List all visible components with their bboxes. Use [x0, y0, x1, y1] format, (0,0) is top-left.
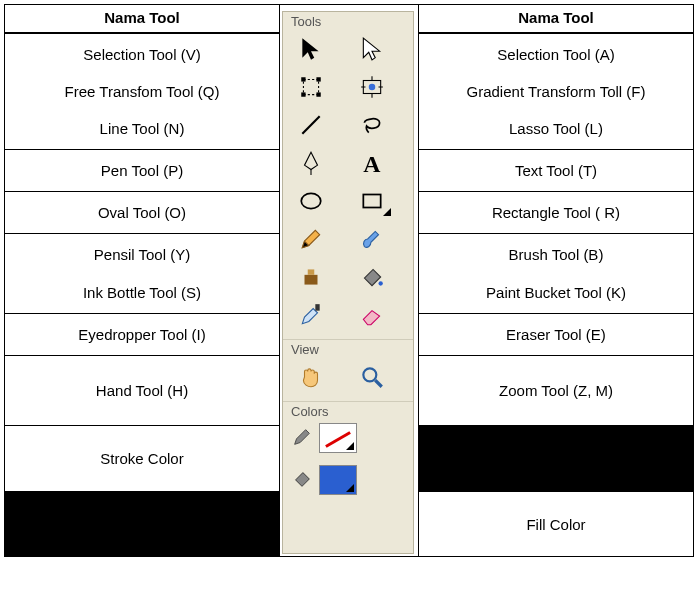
- svg-rect-13: [315, 304, 319, 311]
- lasso-tool[interactable]: [350, 109, 394, 143]
- left-column: Nama Tool Selection Tool (V) Free Transf…: [5, 5, 279, 556]
- arrow-white-icon: [359, 36, 385, 65]
- stroke-pencil-icon: [291, 426, 313, 451]
- tools-grid: A: [283, 29, 413, 339]
- rectangle-icon: [359, 188, 385, 217]
- label-zoom-zm: Zoom Tool (Z, M): [419, 356, 693, 426]
- tool-reference-table: Nama Tool Selection Tool (V) Free Transf…: [4, 4, 694, 557]
- label-brush-b: Brush Tool (B): [509, 246, 604, 263]
- brush-tool[interactable]: [350, 223, 394, 257]
- line-tool[interactable]: [289, 109, 333, 143]
- eraser-tool[interactable]: [350, 299, 394, 333]
- label-selection-a: Selection Tool (A): [497, 46, 614, 63]
- svg-rect-1: [301, 77, 305, 81]
- paint-bucket-tool[interactable]: [350, 261, 394, 295]
- subselection-tool[interactable]: [350, 33, 394, 67]
- label-pen-p: Pen Tool (P): [5, 150, 279, 192]
- right-group-1: Selection Tool (A) Gradient Transform To…: [419, 34, 693, 150]
- toolbox-column: Tools A View: [279, 5, 419, 556]
- fill-color-row: [283, 461, 413, 503]
- fill-bucket-icon: [291, 468, 313, 493]
- eraser-icon: [359, 302, 385, 331]
- line-icon: [298, 112, 324, 141]
- svg-line-15: [375, 380, 382, 387]
- left-group-1: Selection Tool (V) Free Transfom Tool (Q…: [5, 34, 279, 150]
- left-group-4: Pensil Tool (Y) Ink Bottle Tool (S): [5, 234, 279, 314]
- free-transform-icon: [298, 74, 324, 103]
- hand-icon: [298, 364, 324, 393]
- brush-icon: [359, 226, 385, 255]
- lasso-icon: [359, 112, 385, 141]
- svg-point-10: [301, 193, 321, 208]
- oval-tool[interactable]: [289, 185, 333, 219]
- svg-rect-3: [301, 92, 305, 96]
- arrow-black-icon: [298, 36, 324, 65]
- label-stroke-color: Stroke Color: [5, 426, 279, 492]
- section-label-colors: Colors: [283, 401, 413, 419]
- hand-tool[interactable]: [289, 361, 333, 395]
- stroke-color-row: [283, 419, 413, 461]
- label-text-t: Text Tool (T): [419, 150, 693, 192]
- view-grid: [283, 357, 413, 401]
- svg-text:A: A: [363, 150, 381, 175]
- text-icon: A: [359, 150, 385, 179]
- eyedropper-tool[interactable]: [289, 299, 333, 333]
- label-lasso-l: Lasso Tool (L): [509, 120, 603, 137]
- zoom-icon: [359, 364, 385, 393]
- oval-icon: [298, 188, 324, 217]
- right-column: Nama Tool Selection Tool (A) Gradient Tr…: [419, 5, 693, 556]
- svg-rect-0: [303, 79, 318, 94]
- free-transform-tool[interactable]: [289, 71, 333, 105]
- svg-line-7: [302, 116, 319, 133]
- label-eraser-e: Eraser Tool (E): [419, 314, 693, 356]
- label-fill-color: Fill Color: [419, 492, 693, 556]
- right-header: Nama Tool: [419, 5, 693, 34]
- fill-color-swatch[interactable]: [319, 465, 357, 495]
- left-black-cell: [5, 492, 279, 556]
- paint-bucket-icon: [359, 264, 385, 293]
- rectangle-tool[interactable]: [350, 185, 394, 219]
- svg-rect-4: [316, 92, 320, 96]
- label-ink-bottle-s: Ink Bottle Tool (S): [83, 284, 201, 301]
- label-free-transform-q: Free Transfom Tool (Q): [65, 83, 220, 100]
- label-pencil-y: Pensil Tool (Y): [94, 246, 190, 263]
- ink-bottle-icon: [298, 264, 324, 293]
- stroke-color-swatch[interactable]: [319, 423, 357, 453]
- label-oval-o: Oval Tool (O): [5, 192, 279, 234]
- label-selection-v: Selection Tool (V): [83, 46, 200, 63]
- svg-point-12: [379, 281, 383, 285]
- tools-panel: Tools A View: [282, 11, 414, 554]
- pen-tool[interactable]: [289, 147, 333, 181]
- label-paint-bucket-k: Paint Bucket Tool (K): [486, 284, 626, 301]
- svg-rect-11: [363, 194, 380, 207]
- gradient-transform-tool[interactable]: [350, 71, 394, 105]
- label-gradient-transform-f: Gradient Transform Toll (F): [467, 83, 646, 100]
- section-label-tools: Tools: [283, 12, 413, 29]
- left-header: Nama Tool: [5, 5, 279, 34]
- right-group-4: Brush Tool (B) Paint Bucket Tool (K): [419, 234, 693, 314]
- pencil-tool[interactable]: [289, 223, 333, 257]
- label-hand-h: Hand Tool (H): [5, 356, 279, 426]
- svg-rect-2: [316, 77, 320, 81]
- text-tool[interactable]: A: [350, 147, 394, 181]
- selection-tool[interactable]: [289, 33, 333, 67]
- section-label-view: View: [283, 339, 413, 357]
- ink-bottle-tool[interactable]: [289, 261, 333, 295]
- gradient-transform-icon: [359, 74, 385, 103]
- label-line-n: Line Tool (N): [100, 120, 185, 137]
- svg-point-6: [369, 83, 376, 90]
- label-eyedropper-i: Eyedropper Tool (I): [5, 314, 279, 356]
- right-black-cell: [419, 426, 693, 492]
- eyedropper-icon: [298, 302, 324, 331]
- label-rectangle-r: Rectangle Tool ( R): [419, 192, 693, 234]
- pencil-icon: [298, 226, 324, 255]
- zoom-tool[interactable]: [350, 361, 394, 395]
- svg-point-14: [363, 368, 376, 381]
- pen-icon: [298, 150, 324, 179]
